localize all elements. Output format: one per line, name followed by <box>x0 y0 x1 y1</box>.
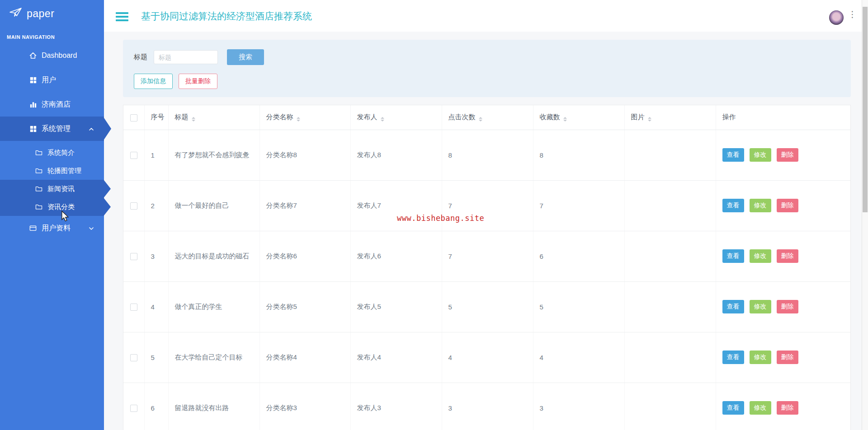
sidebar-subitem-轮播图管理[interactable]: 轮播图管理 <box>0 162 104 180</box>
cell-clicks: 5 <box>442 281 533 332</box>
cell-favorites: 7 <box>533 180 624 231</box>
sidebar-item-系统管理[interactable]: 系统管理 <box>0 117 104 141</box>
cell-no: 3 <box>144 231 168 281</box>
row-checkbox[interactable] <box>130 304 137 311</box>
edit-button[interactable]: 修改 <box>750 249 771 263</box>
column-header-点击次数[interactable]: 点击次数 <box>442 105 533 130</box>
cell-category: 分类名称8 <box>259 130 350 180</box>
sidebar-item-用户[interactable]: 用户 <box>0 68 104 92</box>
sidebar-item-济南酒店[interactable]: 济南酒店 <box>0 92 104 117</box>
edit-button[interactable]: 修改 <box>750 199 771 212</box>
cell-title: 远大的目标是成功的磁石 <box>168 231 259 281</box>
edit-button[interactable]: 修改 <box>750 148 771 162</box>
paper-plane-icon <box>9 7 23 20</box>
row-checkbox[interactable] <box>130 152 137 159</box>
column-header-图片[interactable]: 图片 <box>624 105 716 130</box>
sidebar-subitem-label: 新闻资讯 <box>47 185 75 193</box>
delete-button[interactable]: 删除 <box>777 199 798 212</box>
table-row: 2做一个最好的自己分类名称7发布人777查看修改删除 <box>123 180 850 231</box>
scrollbar-track[interactable] <box>862 0 868 430</box>
sort-icon[interactable] <box>648 117 651 122</box>
view-button[interactable]: 查看 <box>722 148 744 162</box>
edit-button[interactable]: 修改 <box>750 401 771 415</box>
cell-category: 分类名称4 <box>259 332 350 383</box>
search-button[interactable]: 搜索 <box>227 49 264 65</box>
sidebar-subitem-label: 资讯分类 <box>47 203 75 211</box>
checkbox-cell <box>123 231 144 281</box>
column-header-label: 发布人 <box>357 113 377 121</box>
row-checkbox[interactable] <box>130 253 137 260</box>
cell-actions: 查看修改删除 <box>716 332 850 383</box>
cell-no: 6 <box>144 383 168 430</box>
view-button[interactable]: 查看 <box>722 300 744 313</box>
cell-image <box>624 281 716 332</box>
sort-icon[interactable] <box>381 117 384 122</box>
edit-button[interactable]: 修改 <box>750 351 771 364</box>
chevron-down-icon <box>89 224 94 232</box>
scrollbar-thumb[interactable] <box>863 7 868 212</box>
cell-title: 做个真正的学生 <box>168 281 259 332</box>
column-header-收藏数[interactable]: 收藏数 <box>533 105 624 130</box>
folder-icon <box>34 204 43 210</box>
page-title: 基于协同过滤算法的经济型酒店推荐系统 <box>141 10 312 23</box>
checkbox-cell <box>123 383 144 430</box>
avatar[interactable] <box>829 10 844 25</box>
checkbox-cell <box>123 130 144 180</box>
sidebar-submenu: 系统简介轮播图管理新闻资讯资讯分类 <box>0 141 104 216</box>
sort-icon[interactable] <box>479 117 482 122</box>
delete-button[interactable]: 删除 <box>777 351 798 364</box>
cell-no: 5 <box>144 332 168 383</box>
view-button[interactable]: 查看 <box>722 199 744 212</box>
search-panel: 标题 搜索 添加信息 批量删除 <box>123 40 851 97</box>
delete-button[interactable]: 删除 <box>777 249 798 263</box>
sort-icon[interactable] <box>192 117 195 122</box>
select-all-header-cell <box>123 105 144 130</box>
sidebar-item-用户资料[interactable]: 用户资料 <box>0 216 104 240</box>
folder-icon <box>34 186 43 192</box>
sidebar-item-label: 系统管理 <box>42 124 71 134</box>
hamburger-menu-icon[interactable] <box>116 12 128 23</box>
grid-icon <box>28 77 38 84</box>
delete-button[interactable]: 删除 <box>777 401 798 415</box>
add-info-button[interactable]: 添加信息 <box>134 74 173 89</box>
column-header-序号: 序号 <box>144 105 168 130</box>
delete-button[interactable]: 删除 <box>777 300 798 313</box>
sort-icon[interactable] <box>297 117 300 122</box>
cell-actions: 查看修改删除 <box>716 231 850 281</box>
sidebar-item-Dashboard[interactable]: Dashboard <box>0 43 104 68</box>
view-button[interactable]: 查看 <box>722 249 744 263</box>
delete-button[interactable]: 删除 <box>777 148 798 162</box>
view-button[interactable]: 查看 <box>722 351 744 364</box>
row-checkbox[interactable] <box>130 405 137 412</box>
column-header-发布人[interactable]: 发布人 <box>350 105 442 130</box>
cell-publisher: 发布人8 <box>350 130 442 180</box>
grid-icon <box>28 126 38 132</box>
checkbox-cell <box>123 332 144 383</box>
select-all-checkbox[interactable] <box>130 114 137 122</box>
edit-button[interactable]: 修改 <box>750 300 771 313</box>
sidebar-subitem-系统简介[interactable]: 系统简介 <box>0 144 104 162</box>
batch-delete-button[interactable]: 批量删除 <box>179 74 217 89</box>
search-input[interactable] <box>154 50 218 64</box>
search-field-label: 标题 <box>134 53 147 61</box>
view-button[interactable]: 查看 <box>722 401 744 415</box>
row-checkbox[interactable] <box>130 354 137 361</box>
checkbox-cell <box>123 180 144 231</box>
cell-publisher: 发布人5 <box>350 281 442 332</box>
sidebar-subitem-资讯分类[interactable]: 资讯分类 <box>0 198 104 216</box>
folder-icon <box>34 168 43 174</box>
sidebar-subitem-新闻资讯[interactable]: 新闻资讯 <box>0 180 104 198</box>
cell-publisher: 发布人6 <box>350 231 442 281</box>
sort-icon[interactable] <box>563 117 567 122</box>
action-button-row: 添加信息 批量删除 <box>134 74 851 89</box>
column-header-分类名称[interactable]: 分类名称 <box>259 105 350 130</box>
app-logo[interactable]: paper <box>0 0 104 27</box>
table-row: 3远大的目标是成功的磁石分类名称6发布人676查看修改删除 <box>123 231 850 281</box>
row-checkbox[interactable] <box>130 202 137 210</box>
column-header-标题[interactable]: 标题 <box>168 105 259 130</box>
cell-category: 分类名称3 <box>259 383 350 430</box>
kebab-menu-icon[interactable]: ⋮ <box>848 11 857 18</box>
cell-actions: 查看修改删除 <box>716 383 850 430</box>
cell-title: 留退路就没有出路 <box>168 383 259 430</box>
cell-publisher: 发布人7 <box>350 180 442 231</box>
